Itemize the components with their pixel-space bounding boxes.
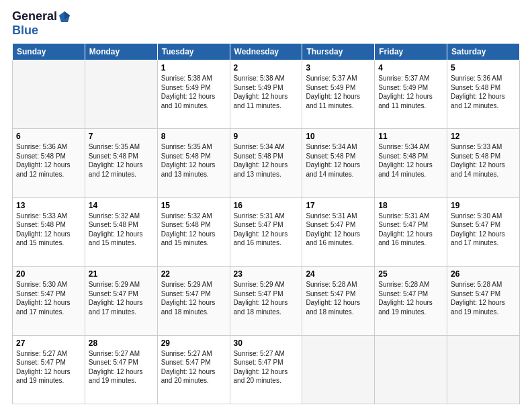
calendar-week-row: 20Sunrise: 5:30 AMSunset: 5:47 PMDayligh… xyxy=(13,267,520,335)
day-number: 27 xyxy=(16,338,81,348)
calendar-cell: 10Sunrise: 5:34 AMSunset: 5:48 PMDayligh… xyxy=(302,129,375,197)
day-number: 4 xyxy=(378,63,443,73)
day-number: 1 xyxy=(161,63,226,73)
calendar-day-header: Friday xyxy=(375,44,447,60)
calendar-cell xyxy=(375,335,447,404)
calendar-cell xyxy=(13,60,85,129)
calendar-cell: 16Sunrise: 5:31 AMSunset: 5:47 PMDayligh… xyxy=(230,197,302,266)
day-number: 3 xyxy=(306,63,371,73)
calendar-day-header: Thursday xyxy=(302,44,375,60)
calendar-cell: 20Sunrise: 5:30 AMSunset: 5:47 PMDayligh… xyxy=(13,267,85,335)
day-info: Sunrise: 5:29 AMSunset: 5:47 PMDaylight:… xyxy=(234,280,299,316)
calendar-cell: 30Sunrise: 5:27 AMSunset: 5:47 PMDayligh… xyxy=(230,335,302,404)
day-number: 28 xyxy=(89,338,154,348)
day-info: Sunrise: 5:28 AMSunset: 5:47 PMDaylight:… xyxy=(306,280,371,316)
calendar-cell: 17Sunrise: 5:31 AMSunset: 5:47 PMDayligh… xyxy=(302,197,375,266)
day-number: 10 xyxy=(306,132,371,141)
day-number: 15 xyxy=(161,201,226,210)
calendar-cell: 21Sunrise: 5:29 AMSunset: 5:47 PMDayligh… xyxy=(85,267,157,335)
day-number: 21 xyxy=(89,269,154,279)
day-info: Sunrise: 5:34 AMSunset: 5:48 PMDaylight:… xyxy=(306,142,371,179)
day-info: Sunrise: 5:29 AMSunset: 5:47 PMDaylight:… xyxy=(161,280,226,316)
day-number: 25 xyxy=(378,269,443,279)
day-info: Sunrise: 5:36 AMSunset: 5:48 PMDaylight:… xyxy=(451,74,516,110)
calendar-cell: 29Sunrise: 5:27 AMSunset: 5:47 PMDayligh… xyxy=(157,335,230,404)
calendar-cell xyxy=(447,335,520,404)
calendar-cell: 28Sunrise: 5:27 AMSunset: 5:47 PMDayligh… xyxy=(85,335,157,404)
calendar-cell: 2Sunrise: 5:38 AMSunset: 5:49 PMDaylight… xyxy=(230,60,302,129)
calendar-week-row: 6Sunrise: 5:36 AMSunset: 5:48 PMDaylight… xyxy=(13,129,520,197)
day-number: 8 xyxy=(161,132,226,141)
day-info: Sunrise: 5:34 AMSunset: 5:48 PMDaylight:… xyxy=(234,142,299,179)
calendar-cell: 14Sunrise: 5:32 AMSunset: 5:48 PMDayligh… xyxy=(85,197,157,266)
calendar-cell: 23Sunrise: 5:29 AMSunset: 5:47 PMDayligh… xyxy=(230,267,302,335)
calendar-cell: 9Sunrise: 5:34 AMSunset: 5:48 PMDaylight… xyxy=(230,129,302,197)
day-number: 11 xyxy=(378,132,443,141)
day-info: Sunrise: 5:27 AMSunset: 5:47 PMDaylight:… xyxy=(89,349,154,385)
calendar-cell: 18Sunrise: 5:31 AMSunset: 5:47 PMDayligh… xyxy=(375,197,447,266)
calendar-week-row: 13Sunrise: 5:33 AMSunset: 5:48 PMDayligh… xyxy=(13,197,520,266)
day-info: Sunrise: 5:36 AMSunset: 5:48 PMDaylight:… xyxy=(16,142,81,179)
calendar-week-row: 27Sunrise: 5:27 AMSunset: 5:47 PMDayligh… xyxy=(13,335,520,404)
day-info: Sunrise: 5:30 AMSunset: 5:47 PMDaylight:… xyxy=(16,280,81,316)
day-number: 17 xyxy=(306,201,371,210)
day-number: 23 xyxy=(234,269,299,279)
calendar-cell: 19Sunrise: 5:30 AMSunset: 5:47 PMDayligh… xyxy=(447,197,520,266)
day-number: 30 xyxy=(234,338,299,348)
day-number: 22 xyxy=(161,269,226,279)
calendar-cell: 22Sunrise: 5:29 AMSunset: 5:47 PMDayligh… xyxy=(157,267,230,335)
calendar-cell xyxy=(85,60,157,129)
calendar-cell: 27Sunrise: 5:27 AMSunset: 5:47 PMDayligh… xyxy=(13,335,85,404)
day-number: 12 xyxy=(451,132,516,141)
calendar-table: SundayMondayTuesdayWednesdayThursdayFrid… xyxy=(12,43,520,404)
calendar-cell: 6Sunrise: 5:36 AMSunset: 5:48 PMDaylight… xyxy=(13,129,85,197)
day-info: Sunrise: 5:37 AMSunset: 5:49 PMDaylight:… xyxy=(306,74,371,110)
day-number: 7 xyxy=(89,132,154,141)
day-number: 18 xyxy=(378,201,443,210)
page: General Blue SundayMondayTuesdayWednesda… xyxy=(0,0,532,411)
day-number: 14 xyxy=(89,201,154,210)
day-number: 29 xyxy=(161,338,226,348)
calendar-week-row: 1Sunrise: 5:38 AMSunset: 5:49 PMDaylight… xyxy=(13,60,520,129)
calendar-cell: 1Sunrise: 5:38 AMSunset: 5:49 PMDaylight… xyxy=(157,60,230,129)
calendar-cell: 15Sunrise: 5:32 AMSunset: 5:48 PMDayligh… xyxy=(157,197,230,266)
day-info: Sunrise: 5:31 AMSunset: 5:47 PMDaylight:… xyxy=(378,212,443,248)
logo-blue: Blue xyxy=(12,24,38,37)
calendar-day-header: Wednesday xyxy=(230,44,302,60)
calendar-cell: 26Sunrise: 5:28 AMSunset: 5:47 PMDayligh… xyxy=(447,267,520,335)
day-info: Sunrise: 5:28 AMSunset: 5:47 PMDaylight:… xyxy=(378,280,443,316)
header: General Blue xyxy=(12,9,520,38)
day-info: Sunrise: 5:38 AMSunset: 5:49 PMDaylight:… xyxy=(161,74,226,110)
calendar-day-header: Saturday xyxy=(447,44,520,60)
day-number: 13 xyxy=(16,201,81,210)
calendar-cell: 5Sunrise: 5:36 AMSunset: 5:48 PMDaylight… xyxy=(447,60,520,129)
day-info: Sunrise: 5:31 AMSunset: 5:47 PMDaylight:… xyxy=(234,212,299,248)
logo: General Blue xyxy=(12,9,72,38)
calendar-cell: 12Sunrise: 5:33 AMSunset: 5:48 PMDayligh… xyxy=(447,129,520,197)
day-info: Sunrise: 5:35 AMSunset: 5:48 PMDaylight:… xyxy=(89,142,154,179)
day-number: 9 xyxy=(234,132,299,141)
day-number: 19 xyxy=(451,201,516,210)
day-info: Sunrise: 5:33 AMSunset: 5:48 PMDaylight:… xyxy=(16,212,81,248)
day-number: 24 xyxy=(306,269,371,279)
day-info: Sunrise: 5:28 AMSunset: 5:47 PMDaylight:… xyxy=(451,280,516,316)
day-info: Sunrise: 5:32 AMSunset: 5:48 PMDaylight:… xyxy=(89,212,154,248)
day-info: Sunrise: 5:29 AMSunset: 5:47 PMDaylight:… xyxy=(89,280,154,316)
day-info: Sunrise: 5:30 AMSunset: 5:47 PMDaylight:… xyxy=(451,212,516,248)
day-info: Sunrise: 5:27 AMSunset: 5:47 PMDaylight:… xyxy=(161,349,226,385)
day-number: 5 xyxy=(451,63,516,73)
calendar-day-header: Monday xyxy=(85,44,157,60)
day-info: Sunrise: 5:31 AMSunset: 5:47 PMDaylight:… xyxy=(306,212,371,248)
day-number: 2 xyxy=(234,63,299,73)
calendar-cell: 25Sunrise: 5:28 AMSunset: 5:47 PMDayligh… xyxy=(375,267,447,335)
day-number: 26 xyxy=(451,269,516,279)
day-info: Sunrise: 5:27 AMSunset: 5:47 PMDaylight:… xyxy=(234,349,299,385)
calendar-day-header: Sunday xyxy=(13,44,85,60)
calendar-cell: 4Sunrise: 5:37 AMSunset: 5:49 PMDaylight… xyxy=(375,60,447,129)
day-info: Sunrise: 5:33 AMSunset: 5:48 PMDaylight:… xyxy=(451,142,516,179)
day-info: Sunrise: 5:27 AMSunset: 5:47 PMDaylight:… xyxy=(16,349,81,385)
logo-general: General xyxy=(12,9,57,24)
logo-icon xyxy=(58,10,71,24)
calendar-header-row: SundayMondayTuesdayWednesdayThursdayFrid… xyxy=(13,44,520,60)
calendar-cell: 7Sunrise: 5:35 AMSunset: 5:48 PMDaylight… xyxy=(85,129,157,197)
